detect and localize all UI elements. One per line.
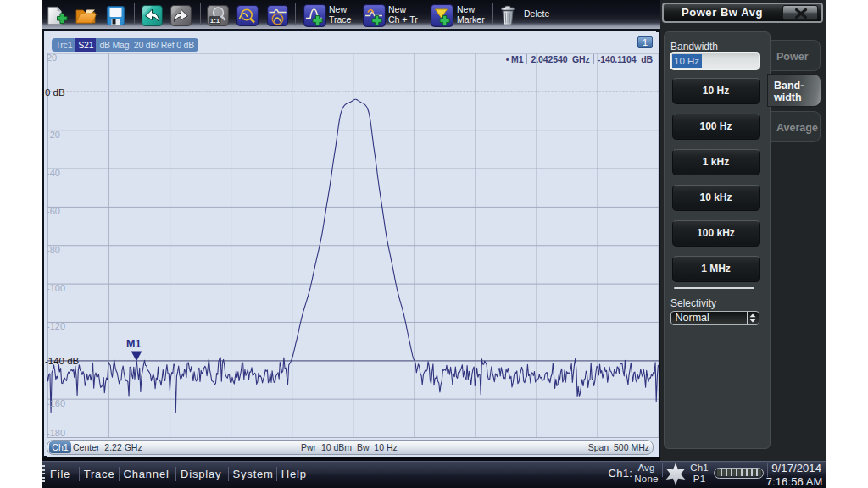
svg-text:1:1: 1:1 xyxy=(210,17,220,25)
